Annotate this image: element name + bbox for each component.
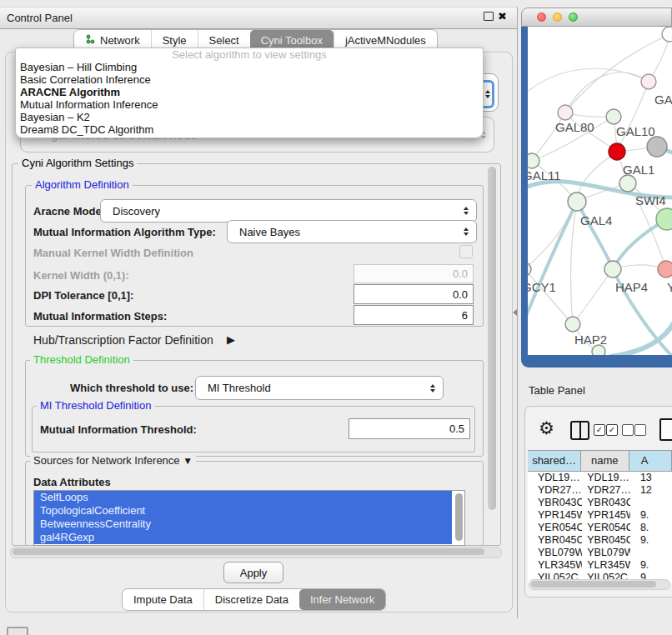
column-header[interactable]: shared… [528, 451, 581, 471]
dropdown-option[interactable]: Mutual Information Inference [16, 98, 483, 111]
updown-arrows-icon [430, 384, 435, 392]
kernel-width-label: Kernel Width (0,1): [33, 269, 129, 282]
table-row[interactable]: YER054CYER054C8. [528, 522, 672, 534]
control-panel-titlebar: Control Panel [0, 7, 517, 29]
expand-down-icon[interactable]: ▼ [183, 455, 193, 467]
table-horizontal-scrollbar[interactable] [529, 579, 670, 590]
aracne-mode-combo[interactable]: Discovery [100, 199, 477, 222]
panel-splitter-handle[interactable] [513, 309, 517, 316]
scrollbar-thumb[interactable] [13, 548, 484, 555]
apply-button[interactable]: Apply [223, 562, 283, 583]
table-panel-title: Table Panel [529, 384, 585, 397]
tab-infer-network[interactable]: Infer Network [299, 589, 385, 610]
minimized-panel-icon[interactable] [7, 627, 28, 635]
node-label-gal-partial: GAL [654, 92, 672, 107]
updown-arrows-icon [464, 207, 469, 215]
dropdown-option[interactable]: Basic Correlation Inference [16, 73, 483, 86]
bottom-tabbar: Impute Data Discretize Data Infer Networ… [122, 588, 386, 611]
mi-threshold-field[interactable]: 0.5 [349, 418, 470, 439]
checked-checkbox-icon[interactable]: ✓ [606, 424, 618, 436]
expand-right-icon[interactable]: ▶ [227, 333, 235, 346]
list-item[interactable]: TopologicalCoefficient [34, 504, 452, 518]
node-gal-partial[interactable] [641, 74, 656, 89]
dropdown-option[interactable]: Bayesian – K2 [16, 111, 483, 123]
table-row[interactable]: YBL079WYBL079W [528, 547, 672, 559]
unchecked-checkbox-icon[interactable] [634, 424, 646, 436]
document-icon[interactable] [659, 418, 672, 441]
data-attributes-label: Data Attributes [33, 476, 111, 488]
which-threshold-combo[interactable]: MI Threshold [195, 376, 444, 400]
table-header: shared… name A [528, 451, 672, 472]
node-label-hap2: HAP2 [574, 332, 607, 347]
gear-icon[interactable]: ⚙ [539, 418, 554, 438]
list-item[interactable]: gal4RGexp [34, 531, 452, 544]
network-window-titlebar[interactable] [521, 8, 672, 27]
manual-kernel-checkbox[interactable] [459, 245, 473, 258]
node-label-hap4: HAP4 [615, 280, 648, 294]
dpi-tolerance-field[interactable]: 0.0 [354, 284, 474, 304]
data-attributes-list[interactable]: SelfLoops TopologicalCoefficient Between… [33, 490, 465, 546]
settings-group-title: Cyni Algorithm Settings [18, 158, 137, 169]
node-label-gal10: GAL10 [616, 124, 655, 138]
table-row[interactable]: YPR145WYPR145W9. [528, 509, 672, 522]
scrollbar-thumb[interactable] [531, 581, 656, 588]
dropdown-prompt: Select algorithm to view settings [16, 48, 483, 61]
column-header[interactable]: A [629, 451, 672, 471]
which-threshold-label: Which threshold to use: [70, 382, 193, 394]
updown-arrows-icon [485, 90, 490, 98]
aracne-mode-label: Aracne Mode: [33, 205, 105, 218]
mac-zoom-button[interactable] [569, 12, 578, 22]
node-gal10[interactable] [606, 109, 621, 124]
tab-impute-data[interactable]: Impute Data [123, 589, 203, 610]
mi-threshold-label: Mutual Information Threshold: [40, 423, 197, 436]
node-gcy1[interactable] [528, 262, 531, 276]
algorithm-definition-title: Algorithm Definition [32, 179, 133, 191]
node-hap2[interactable] [565, 317, 580, 332]
unchecked-checkbox-icon[interactable] [622, 424, 634, 436]
column-header[interactable]: name [581, 451, 629, 471]
node-partial-top[interactable] [662, 27, 672, 42]
mac-minimize-button[interactable] [553, 12, 562, 22]
mi-type-combo[interactable]: Naive Bayes [227, 220, 477, 243]
node-salmon[interactable] [658, 261, 672, 278]
list-item[interactable]: BetweennessCentrality [34, 518, 452, 531]
close-icon[interactable]: ✖ [498, 10, 507, 23]
manual-kernel-label: Manual Kernel Width Definition [33, 247, 193, 259]
table-row[interactable]: YBR043CYBR043C [528, 497, 672, 509]
node-gal1[interactable] [619, 175, 636, 192]
list-vertical-scrollbar[interactable] [455, 493, 463, 541]
mi-steps-field[interactable]: 6 [354, 305, 474, 325]
network-canvas[interactable]: GAL GAL80 GAL10 GAL1 GAL11 SWI4 GAL4 GCY… [528, 27, 672, 355]
dropdown-option[interactable]: Bayesian – Hill Climbing [16, 61, 483, 73]
updown-arrows-icon [464, 228, 469, 236]
settings-vertical-scrollbar[interactable] [488, 167, 496, 510]
tab-discretize-data[interactable]: Discretize Data [203, 589, 299, 610]
dropdown-option-selected[interactable]: ARACNE Algorithm [16, 86, 483, 98]
node-gal11[interactable] [528, 153, 539, 168]
table-row[interactable]: YDL19…YDL19…13 [528, 472, 672, 484]
hub-section-label[interactable]: Hub/Transcription Factor Definition [33, 333, 213, 347]
network-icon [85, 34, 96, 48]
checked-checkbox-icon[interactable]: ✓ [594, 424, 605, 436]
list-item[interactable]: SelfLoops [34, 491, 452, 504]
table-row[interactable]: YDR27…YDR27…12 [528, 484, 672, 497]
node-red-selected[interactable] [609, 143, 625, 160]
node-gray[interactable] [647, 137, 667, 157]
table-row[interactable]: YBR045CYBR045C9. [528, 534, 672, 547]
node-label-gal11: GAL11 [528, 168, 561, 182]
node-hap4[interactable] [604, 261, 621, 278]
node-bright-green[interactable] [656, 208, 672, 230]
node-attribute-table[interactable]: shared… name A YDL19…YDL19…13 YDR27…YDR2… [528, 450, 672, 583]
node-gal80[interactable] [558, 105, 573, 120]
settings-horizontal-scrollbar[interactable] [10, 547, 502, 558]
tab-network-label: Network [100, 34, 140, 47]
mac-close-button[interactable] [537, 12, 546, 22]
dropdown-option[interactable]: Dream8 DC_TDC Algorithm [16, 123, 483, 136]
float-window-icon[interactable] [484, 12, 494, 21]
node-label-gal4: GAL4 [580, 213, 612, 228]
node-label-gal1: GAL1 [623, 162, 654, 177]
dpi-tolerance-label: DPI Tolerance [0,1]: [33, 289, 133, 302]
table-row[interactable]: YLR345WYLR345W9. [528, 559, 672, 572]
node-gal4[interactable] [568, 192, 586, 211]
split-columns-icon[interactable] [570, 421, 589, 440]
